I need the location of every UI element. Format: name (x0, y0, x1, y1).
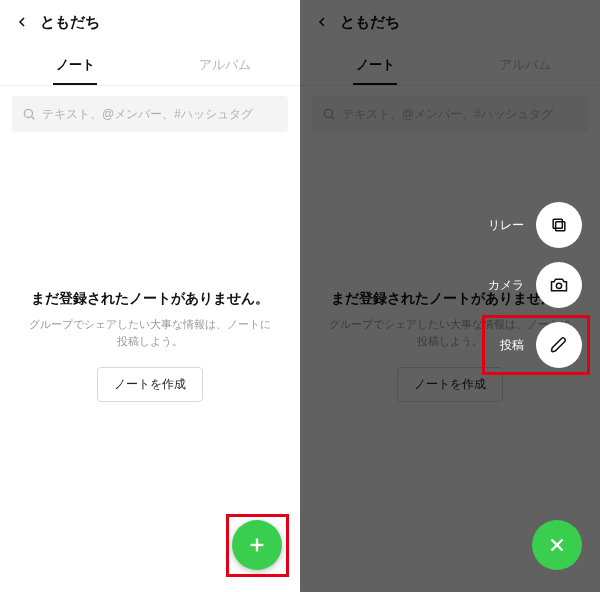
pencil-icon (549, 335, 569, 355)
fab-add-button[interactable] (232, 520, 282, 570)
tabs: ノート アルバム (0, 44, 300, 86)
search-icon (22, 107, 36, 121)
search-placeholder: テキスト、@メンバー、#ハッシュタグ (42, 106, 253, 123)
empty-title: まだ登録されたノートがありません。 (20, 290, 280, 308)
empty-state: まだ登録されたノートがありません。 グループでシェアしたい大事な情報は、ノートに… (0, 290, 300, 402)
search-input[interactable]: テキスト、@メンバー、#ハッシュタグ (12, 96, 288, 132)
empty-subtitle: グループでシェアしたい大事な情報は、ノートに 投稿しよう。 (20, 316, 280, 349)
fab-item-post: 投稿 (500, 322, 582, 368)
fab-label: 投稿 (500, 337, 524, 354)
fab-label: カメラ (488, 277, 524, 294)
panel-left: ともだち ノート アルバム テキスト、@メンバー、#ハッシュタグ まだ登録された… (0, 0, 300, 592)
back-button[interactable] (8, 8, 36, 36)
fab-item-camera: カメラ (488, 262, 582, 308)
fab-relay-button[interactable] (536, 202, 582, 248)
header: ともだち (0, 0, 300, 44)
copy-icon (549, 215, 569, 235)
svg-rect-7 (553, 219, 562, 228)
fab-label: リレー (488, 217, 524, 234)
svg-rect-6 (556, 222, 565, 231)
camera-icon (549, 275, 569, 295)
fab-camera-button[interactable] (536, 262, 582, 308)
tab-note[interactable]: ノート (0, 44, 150, 85)
tab-album[interactable]: アルバム (150, 44, 300, 85)
chevron-left-icon (14, 14, 30, 30)
svg-line-1 (31, 116, 34, 119)
panel-right: ともだち ノート アルバム テキスト、@メンバー、#ハッシュタグ まだ登録された… (300, 0, 600, 592)
create-note-button[interactable]: ノートを作成 (97, 367, 203, 402)
page-title: ともだち (40, 13, 100, 32)
plus-icon (246, 534, 268, 556)
svg-point-0 (24, 109, 32, 117)
fab-item-relay: リレー (488, 202, 582, 248)
fab-post-button[interactable] (536, 322, 582, 368)
svg-point-8 (556, 283, 561, 288)
close-icon (546, 534, 568, 556)
fab-close-button[interactable] (532, 520, 582, 570)
